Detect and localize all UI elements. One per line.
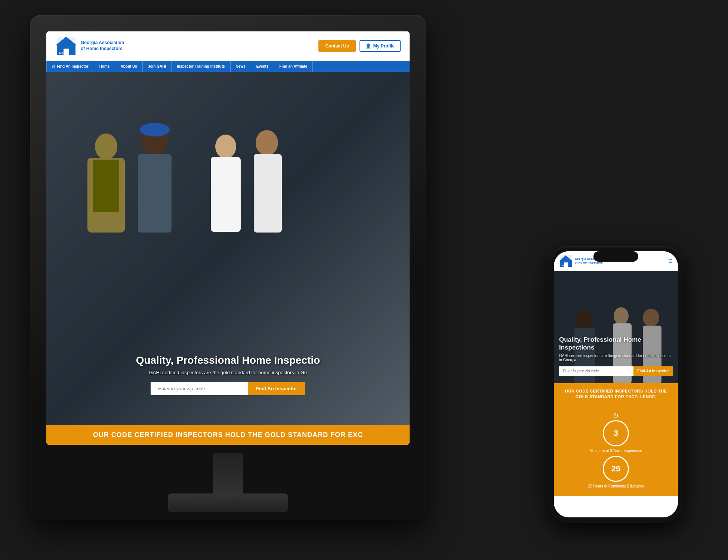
nav-training[interactable]: Inspector Training Institute xyxy=(172,61,230,72)
svg-rect-14 xyxy=(211,157,241,232)
logo-text: Georgia Association of Home Inspectors xyxy=(81,40,124,52)
zip-code-input[interactable] xyxy=(151,382,248,395)
stat-25-label: 25 Hours of Continuing Education xyxy=(588,484,644,488)
svg-text:GAHI: GAHI xyxy=(561,264,567,267)
svg-point-13 xyxy=(215,135,236,159)
logo-area: GAHI Georgia Association of Home Inspect… xyxy=(55,35,124,57)
mobile-orange-banner: OUR CODE CERTIFIED INSPECTORS HOLD THE G… xyxy=(554,383,678,405)
logo-container: GAHI xyxy=(55,35,77,57)
find-inspector-button[interactable]: Find An Inspector xyxy=(248,382,305,395)
nav-about[interactable]: About Us xyxy=(115,61,142,72)
hero-search-form: Find An Inspector xyxy=(46,382,410,395)
stat-25-hours: 25 25 Hours of Continuing Education xyxy=(588,456,644,488)
hamburger-menu-icon[interactable]: ≡ xyxy=(668,257,673,265)
timer-icon: ⏱ xyxy=(613,413,619,419)
desktop-website: GAHI Georgia Association of Home Inspect… xyxy=(46,31,410,445)
mobile-hero-search: Find An Inspector xyxy=(559,366,673,376)
svg-rect-9 xyxy=(93,160,119,212)
nav-find-inspector[interactable]: ◎ Find An Inspector xyxy=(46,61,94,72)
my-profile-button[interactable]: 👤 My Profile xyxy=(360,40,401,52)
stat-3-years: ⏱ 3 Minimum of 3 Years Experience xyxy=(590,413,642,453)
banner-text: OUR CODE CERTIFIED INSPECTORS HOLD THE G… xyxy=(55,431,401,439)
mobile-hero-title: Quality, Professional Home Inspections xyxy=(559,336,673,352)
mobile-logo-svg: GAHI xyxy=(559,254,573,268)
monitor-stand-neck xyxy=(213,453,243,498)
mobile-banner-text: OUR CODE CERTIFIED INSPECTORS HOLD THE G… xyxy=(558,388,673,400)
svg-point-7 xyxy=(95,133,117,160)
desktop-hero: Quality, Professional Home Inspectio GAH… xyxy=(46,72,410,425)
monitor-screen: GAHI Georgia Association of Home Inspect… xyxy=(46,31,410,445)
nav-affiliate[interactable]: Find an Affiliate xyxy=(274,61,313,72)
phone-notch xyxy=(593,251,638,262)
svg-rect-16 xyxy=(254,154,282,233)
nav-join[interactable]: Join GAHI xyxy=(143,61,172,72)
nav-events[interactable]: Events xyxy=(251,61,274,72)
svg-point-11 xyxy=(140,123,170,136)
desktop-header: GAHI Georgia Association of Home Inspect… xyxy=(46,31,410,61)
stat-circle-3: 3 xyxy=(603,420,629,446)
hero-content: Quality, Professional Home Inspectio GAH… xyxy=(46,354,410,395)
contact-us-button[interactable]: Contact Us xyxy=(318,40,355,52)
mobile-zip-input[interactable] xyxy=(559,366,633,376)
mobile-stats-section: ⏱ 3 Minimum of 3 Years Experience 25 25 … xyxy=(554,405,678,496)
stat-circle-25: 25 xyxy=(603,456,629,482)
nav-home[interactable]: Home xyxy=(94,61,115,72)
logo-svg: GAHI xyxy=(55,35,77,57)
stat-3-container: ⏱ 3 xyxy=(603,413,629,446)
desktop-orange-banner: OUR CODE CERTIFIED INSPECTORS HOLD THE G… xyxy=(46,425,410,445)
mobile-website: GAHI Georgia Association of Home Inspect… xyxy=(554,251,678,517)
user-icon: 👤 xyxy=(365,43,371,49)
phone-screen: GAHI Georgia Association of Home Inspect… xyxy=(554,251,678,517)
svg-point-15 xyxy=(256,130,278,156)
monitor-stand-base xyxy=(168,493,288,512)
phone: GAHI Georgia Association of Home Inspect… xyxy=(549,246,683,523)
mobile-find-inspector-button[interactable]: Find An Inspector xyxy=(633,366,673,376)
mobile-hero-content: Quality, Professional Home Inspections G… xyxy=(559,336,673,376)
hero-title: Quality, Professional Home Inspectio xyxy=(46,354,410,367)
search-icon: ◎ xyxy=(52,64,55,68)
svg-rect-12 xyxy=(138,154,172,233)
scene: GAHI Georgia Association of Home Inspect… xyxy=(0,0,728,560)
mobile-hero-subtitle: GAHI certified inspectors are the gold s… xyxy=(559,354,673,362)
monitor: GAHI Georgia Association of Home Inspect… xyxy=(30,15,426,520)
stat-3-label: Minimum of 3 Years Experience xyxy=(590,449,642,453)
mobile-hero: Quality, Professional Home Inspections G… xyxy=(554,271,678,383)
svg-text:GAHI: GAHI xyxy=(59,51,67,55)
nav-news[interactable]: News xyxy=(231,61,251,72)
desktop-nav: ◎ Find An Inspector Home About Us Join G… xyxy=(46,61,410,72)
header-buttons: Contact Us 👤 My Profile xyxy=(318,40,401,52)
hero-subtitle: GAHI certified inspectors are the gold s… xyxy=(46,370,410,375)
